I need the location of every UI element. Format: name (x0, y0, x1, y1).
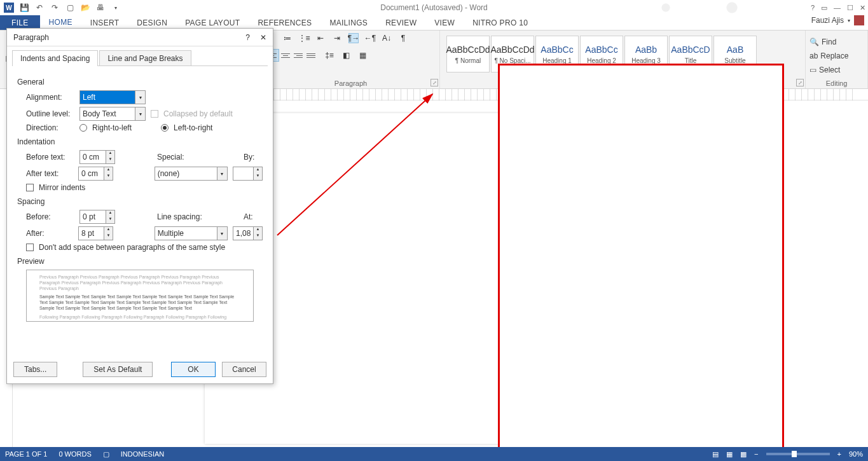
paragraph-launcher[interactable]: ⤢ (431, 79, 438, 86)
styles-launcher[interactable]: ⤢ (796, 79, 804, 86)
set-default-button[interactable]: Set As Default (83, 362, 153, 377)
line-spacing-select[interactable]: Multiple▾ (155, 226, 228, 240)
ok-button[interactable]: OK (171, 362, 216, 377)
dialog-highlight-box (498, 64, 784, 454)
after-label: After: (26, 229, 73, 238)
special-select[interactable]: (none)▾ (155, 167, 228, 181)
find-icon: 🔍 (809, 38, 819, 46)
replace-icon: ab (809, 52, 818, 60)
style-item[interactable]: AaBbCcDd¶ Normal (446, 36, 490, 72)
show-marks-icon[interactable]: ¶ (398, 33, 408, 43)
numbering-icon[interactable]: ≔ (282, 33, 293, 43)
tab-view[interactable]: VIEW (425, 15, 464, 30)
tabs-button[interactable]: Tabs... (13, 362, 57, 377)
select-button[interactable]: ▭Select (809, 64, 864, 76)
decrease-indent-icon[interactable]: ⇤ (315, 33, 326, 43)
line-spacing-icon[interactable]: ‡≡ (324, 50, 334, 60)
dialog-help-icon[interactable]: ? (245, 33, 250, 42)
after-text-label: After text: (26, 169, 73, 178)
print-icon[interactable]: 🖶 (95, 3, 106, 13)
alignment-label: Alignment: (26, 93, 74, 102)
minimize-icon[interactable]: — (834, 4, 841, 12)
zoom-out-icon[interactable]: − (754, 450, 758, 458)
outline-label: Outline level: (26, 109, 74, 118)
by-spin[interactable]: ▲▼ (233, 167, 263, 181)
increase-indent-icon[interactable]: ⇥ (332, 33, 342, 43)
group-editing-label: Editing (806, 79, 867, 87)
cancel-button[interactable]: Cancel (222, 362, 266, 377)
mirror-checkbox[interactable] (26, 184, 34, 191)
collapsed-label: Collapsed by default (163, 109, 233, 118)
find-button[interactable]: 🔍Find (809, 36, 864, 48)
select-icon: ▭ (809, 65, 816, 74)
undo-icon[interactable]: ↶ (34, 3, 45, 13)
section-indentation: Indentation (17, 137, 263, 146)
new-icon[interactable]: ▢ (65, 3, 75, 13)
ltr-icon[interactable]: ¶→ (348, 33, 359, 43)
before-text-label: Before text: (26, 153, 74, 162)
by-label: By: (244, 153, 263, 162)
tab-mailings[interactable]: MAILINGS (320, 15, 376, 30)
view-web-icon[interactable]: ▩ (740, 450, 747, 458)
rtl-radio[interactable] (79, 124, 87, 132)
replace-button[interactable]: abReplace (809, 50, 864, 62)
zoom-level[interactable]: 90% (849, 450, 863, 458)
close-icon[interactable]: ✕ (860, 4, 865, 12)
save-icon[interactable]: 💾 (19, 3, 29, 13)
open-icon[interactable]: 📂 (80, 3, 90, 13)
special-label: Special: (157, 153, 189, 162)
before-text-spin[interactable]: 0 cm▲▼ (79, 150, 115, 164)
avatar[interactable] (854, 15, 864, 25)
window-title: Document1 (Autosaved) - Word (380, 3, 488, 12)
tab-review[interactable]: REVIEW (376, 15, 425, 30)
align-justify-button[interactable] (305, 49, 317, 62)
status-page[interactable]: PAGE 1 OF 1 (5, 450, 47, 458)
status-lang[interactable]: INDONESIAN (121, 450, 164, 458)
outline-select[interactable]: Body Text▾ (79, 107, 146, 121)
user-name[interactable]: Fauzi Ajis (811, 16, 844, 25)
zoom-slider[interactable] (766, 453, 830, 455)
proofing-icon[interactable]: ▢ (103, 450, 109, 458)
status-words[interactable]: 0 WORDS (59, 450, 91, 458)
tab-line-breaks[interactable]: Line and Page Breaks (99, 50, 191, 66)
sort-icon[interactable]: A↓ (382, 33, 392, 43)
ltr-radio[interactable] (161, 124, 169, 132)
rtl-icon[interactable]: ←¶ (365, 33, 375, 43)
dont-add-checkbox[interactable] (26, 244, 34, 251)
align-center-button[interactable] (279, 49, 292, 62)
at-label: At: (244, 212, 263, 221)
shading-icon[interactable]: ◧ (341, 50, 351, 60)
dialog-close-icon[interactable]: ✕ (260, 33, 266, 42)
tab-nitro[interactable]: NITRO PRO 10 (464, 15, 537, 30)
after-spin[interactable]: 8 pt▲▼ (78, 226, 113, 240)
align-right-button[interactable] (292, 49, 305, 62)
view-print-icon[interactable]: ▦ (726, 450, 733, 458)
tab-indents-spacing[interactable]: Indents and Spacing (12, 50, 98, 66)
section-general: General (17, 78, 263, 86)
alignment-select[interactable]: Left▾ (79, 90, 146, 104)
after-text-spin[interactable]: 0 cm▲▼ (78, 167, 113, 181)
at-spin[interactable]: 1,08▲▼ (233, 226, 263, 240)
section-spacing: Spacing (17, 197, 263, 206)
redo-icon[interactable]: ↷ (50, 3, 60, 13)
maximize-icon[interactable]: ☐ (847, 4, 853, 12)
line-spacing-label: Line spacing: (157, 212, 208, 221)
title-bar: W 💾 ↶ ↷ ▢ 📂 🖶 ▾ Document1 (Autosaved) - … (0, 0, 868, 15)
before-label: Before: (26, 212, 74, 221)
direction-label: Direction: (26, 123, 74, 132)
dialog-title: Paragraph (13, 33, 49, 42)
status-bar: PAGE 1 OF 1 0 WORDS ▢ INDONESIAN ▤ ▦ ▩ −… (0, 447, 868, 461)
zoom-in-icon[interactable]: + (837, 450, 841, 458)
preview-box: Previous Paragraph Previous Paragraph Pr… (26, 270, 254, 322)
group-paragraph-label: Paragraph (262, 79, 439, 87)
help-icon[interactable]: ? (811, 4, 815, 12)
qat-more-icon[interactable]: ▾ (111, 3, 121, 13)
before-spin[interactable]: 0 pt▲▼ (79, 210, 115, 224)
borders-icon[interactable]: ▦ (357, 50, 368, 60)
user-menu-icon[interactable]: ▾ (848, 18, 850, 24)
collapsed-checkbox (151, 110, 158, 118)
view-read-icon[interactable]: ▤ (712, 450, 719, 458)
ribbon-toggle-icon[interactable]: ▭ (821, 4, 827, 12)
multilevel-icon[interactable]: ⋮≡ (299, 33, 309, 43)
paragraph-dialog: Paragraph ? ✕ Indents and Spacing Line a… (6, 28, 273, 384)
